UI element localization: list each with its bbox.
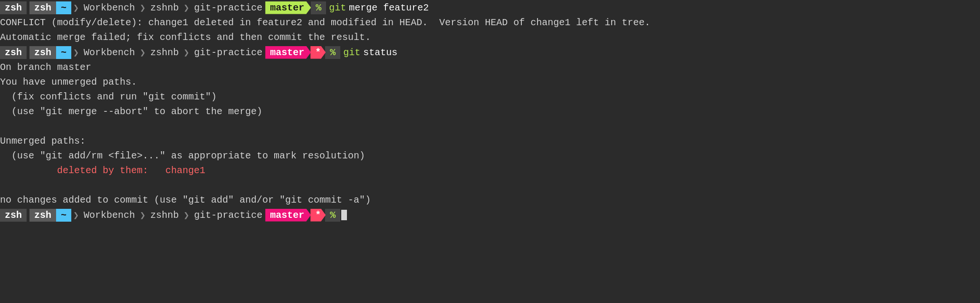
- unmerged-paths-output: You have unmerged paths.: [0, 75, 980, 89]
- zsh-label-4: zsh: [29, 46, 56, 59]
- cmd-merge-1: merge feature2: [349, 2, 429, 13]
- empty-line-2: [0, 178, 980, 193]
- star-badge-2: *: [310, 209, 326, 222]
- zsh-label-1: zsh: [0, 1, 27, 14]
- workbench-path-1: Workbench: [81, 1, 138, 14]
- chevron-3: ❯: [183, 2, 189, 14]
- no-changes-output: no changes added to commit (use "git add…: [0, 193, 980, 207]
- chevron-5: ❯: [140, 47, 145, 59]
- git-practice-path-2: git-practice: [191, 46, 265, 59]
- chevron-8: ❯: [140, 209, 145, 221]
- workbench-path-3: Workbench: [81, 209, 138, 222]
- git-practice-path-1: git-practice: [191, 1, 265, 14]
- conflict-output-1: CONFLICT (modify/delete): change1 delete…: [0, 15, 980, 30]
- chevron-2: ❯: [140, 2, 145, 14]
- percent-3: %: [325, 209, 340, 222]
- workbench-path-2: Workbench: [81, 46, 138, 59]
- zsh-label-2: zsh: [29, 1, 56, 14]
- zsh-label-6: zsh: [29, 209, 56, 222]
- tilde-segment-1: ~: [56, 1, 71, 14]
- fix-conflicts-output: (fix conflicts and run "git commit"): [0, 89, 980, 104]
- deleted-by-them-output: deleted by them: change1: [0, 163, 980, 178]
- empty-line-1: [0, 119, 980, 134]
- star-badge: *: [310, 46, 326, 59]
- percent-1: %: [311, 1, 326, 14]
- unmerged-paths-header: Unmerged paths:: [0, 134, 980, 148]
- zshnb-path-3: zshnb: [147, 209, 182, 222]
- chevron-6: ❯: [183, 47, 189, 59]
- cmd-git-2: git: [343, 47, 360, 58]
- git-practice-path-3: git-practice: [191, 209, 265, 222]
- chevron-9: ❯: [183, 209, 189, 221]
- branch-badge-3: master: [265, 209, 311, 222]
- tilde-segment-3: ~: [56, 209, 71, 222]
- prompt-line-3: zsh zsh ~ ❯ Workbench ❯ zshnb ❯ git-prac…: [0, 207, 980, 223]
- prompt-line-1: zsh zsh ~ ❯ Workbench ❯ zshnb ❯ git-prac…: [0, 0, 980, 15]
- tilde-segment-2: ~: [56, 46, 71, 59]
- percent-2: %: [325, 46, 340, 59]
- terminal: zsh zsh ~ ❯ Workbench ❯ zshnb ❯ git-prac…: [0, 0, 980, 303]
- branch-badge-1: master: [265, 1, 311, 14]
- abort-merge-output: (use "git merge --abort" to abort the me…: [0, 104, 980, 119]
- terminal-cursor: [341, 210, 347, 220]
- prompt-line-2: zsh zsh ~ ❯ Workbench ❯ zshnb ❯ git-prac…: [0, 45, 980, 60]
- zsh-label-3: zsh: [0, 46, 27, 59]
- merge-failed-output: Automatic merge failed; fix conflicts an…: [0, 30, 980, 45]
- chevron-7: ❯: [73, 209, 79, 221]
- on-branch-output: On branch master: [0, 60, 980, 75]
- zsh-label-5: zsh: [0, 209, 27, 222]
- chevron-4: ❯: [73, 47, 79, 59]
- zshnb-path-1: zshnb: [147, 1, 182, 14]
- chevron-1: ❯: [73, 2, 79, 14]
- git-add-rm-output: (use "git add/rm <file>..." as appropria…: [0, 148, 980, 163]
- zshnb-path-2: zshnb: [147, 46, 182, 59]
- branch-badge-2: master: [265, 46, 311, 59]
- cmd-status: status: [363, 47, 397, 58]
- cmd-git-1: git: [329, 2, 346, 13]
